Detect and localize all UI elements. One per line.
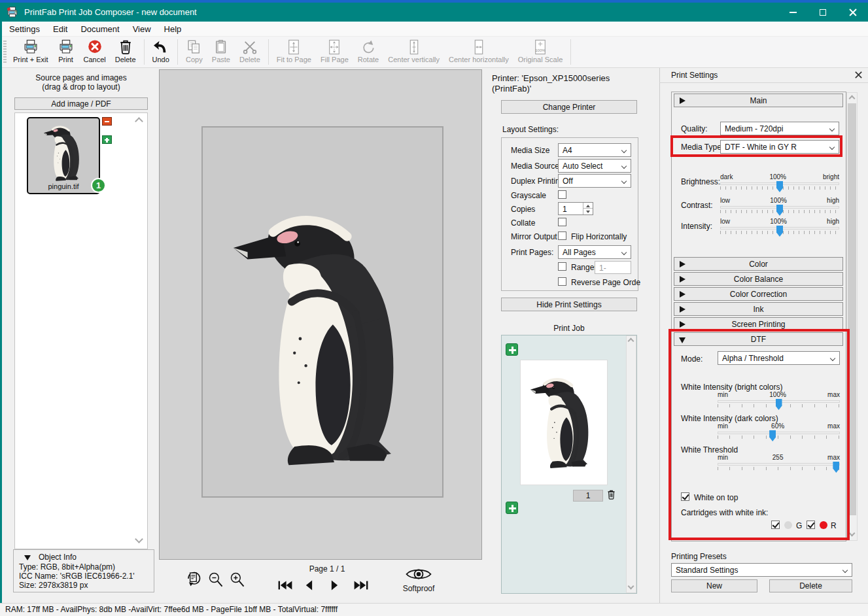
cartridge-r-checkbox[interactable]	[807, 521, 815, 529]
preset-new-button[interactable]: New	[671, 579, 757, 592]
slider-thumb[interactable]	[776, 181, 783, 192]
brightness-slider[interactable]: dark100%bright	[720, 173, 839, 190]
add-copy-button[interactable]	[102, 135, 112, 144]
print-exit-button[interactable]: Print + Exit	[9, 37, 53, 67]
grayscale-checkbox[interactable]	[558, 190, 566, 199]
print-job-panel[interactable]: 1	[501, 335, 637, 594]
collapse-icon[interactable]	[24, 555, 31, 560]
slider-thumb[interactable]	[776, 226, 783, 237]
slider-thumb[interactable]	[833, 462, 839, 473]
slider-track[interactable]	[718, 463, 840, 466]
white-bright-slider[interactable]: min100%max	[718, 391, 840, 407]
section-label: Main	[750, 96, 767, 105]
zoom-out-icon	[207, 572, 224, 589]
cancel-button[interactable]: Cancel	[79, 37, 111, 67]
media-size-select[interactable]: A4	[558, 143, 631, 157]
slider-thumb[interactable]	[776, 399, 782, 410]
menu-document[interactable]: Document	[74, 22, 126, 36]
ranges-checkbox[interactable]	[558, 262, 566, 271]
menu-help[interactable]: Help	[158, 22, 188, 36]
collapse-icon	[679, 337, 686, 343]
scroll-down-icon[interactable]	[628, 583, 634, 590]
scroll-down-icon[interactable]	[849, 530, 856, 537]
toolbar-gripper[interactable]	[3, 41, 7, 63]
zoom-in-button[interactable]	[229, 572, 246, 589]
page-copies-button[interactable]: 1	[573, 490, 603, 502]
collate-checkbox[interactable]	[558, 218, 566, 226]
white-on-top-checkbox[interactable]	[681, 492, 689, 501]
section-header-ink[interactable]: Ink	[674, 302, 843, 316]
menu-edit[interactable]: Edit	[46, 22, 74, 36]
source-list[interactable]: pinguin.tif 1	[14, 112, 148, 549]
close-print-settings-button[interactable]	[854, 71, 863, 80]
white-threshold-slider[interactable]: min255max	[718, 454, 840, 470]
print-pages-select[interactable]: All Pages	[558, 245, 631, 259]
layout-canvas[interactable]	[159, 69, 482, 560]
previous-page-button[interactable]	[305, 579, 313, 592]
add-image-button[interactable]: Add image / PDF	[14, 97, 148, 110]
slider-value-label: 100%	[769, 173, 786, 180]
change-printer-button[interactable]: Change Printer	[501, 100, 637, 114]
hide-print-settings-button[interactable]: Hide Print Settings	[501, 298, 637, 311]
close-button[interactable]	[838, 3, 868, 22]
print-settings-scrollbar[interactable]	[846, 92, 858, 541]
section-header-dtf[interactable]: DTF	[674, 332, 843, 346]
zoom-out-button[interactable]	[207, 572, 224, 589]
reverse-order-checkbox[interactable]	[558, 277, 566, 286]
scroll-up-icon[interactable]	[628, 338, 634, 345]
rotate-view-button[interactable]	[184, 569, 202, 587]
media-type-select[interactable]: DTF - White in GY R	[720, 140, 839, 154]
scroll-up-icon[interactable]	[849, 95, 856, 102]
presets-select[interactable]: Standard Settings	[671, 563, 852, 577]
delete-button[interactable]: Delete	[111, 37, 141, 67]
print-job-page[interactable]	[520, 360, 608, 485]
slider-thumb[interactable]	[769, 430, 776, 441]
remove-copy-button[interactable]	[102, 117, 112, 126]
list-scroll-down-icon[interactable]	[135, 535, 143, 543]
flip-horizontally-checkbox[interactable]	[558, 231, 566, 240]
spin-up-button[interactable]	[583, 203, 593, 209]
slider-track[interactable]	[718, 432, 840, 434]
spin-down-button[interactable]	[583, 209, 593, 214]
last-page-button[interactable]	[353, 579, 369, 592]
add-page-after-button[interactable]	[506, 502, 518, 514]
tool-label: Center vertically	[388, 56, 440, 63]
section-header-main[interactable]: Main	[674, 94, 843, 107]
delete-page-button[interactable]	[606, 488, 617, 502]
section-header-color[interactable]: Color	[674, 257, 843, 271]
cartridge-g-checkbox[interactable]	[771, 521, 780, 529]
add-page-before-button[interactable]	[506, 343, 518, 356]
menu-settings[interactable]: Settings	[3, 22, 46, 36]
print-button[interactable]: Print	[53, 37, 79, 67]
slider-thumb[interactable]	[776, 205, 783, 216]
layout-image-pinguin[interactable]	[226, 188, 425, 490]
ranges-input[interactable]: 1-	[595, 261, 631, 274]
softproof-button[interactable]: Softproof	[398, 566, 440, 593]
media-source-select[interactable]: Auto Select	[558, 159, 631, 173]
next-page-button[interactable]	[330, 579, 339, 592]
copies-spinner[interactable]: 1	[558, 202, 593, 215]
quality-select[interactable]: Medium - 720dpi	[720, 122, 839, 135]
maximize-button[interactable]	[808, 3, 838, 22]
intensity-slider[interactable]: low100%high	[720, 218, 839, 234]
center-horizontally-icon	[470, 39, 487, 56]
preset-delete-button[interactable]: Delete	[769, 579, 852, 592]
list-scroll-up-icon[interactable]	[135, 117, 143, 126]
first-page-button[interactable]	[277, 579, 293, 592]
section-header-color-balance[interactable]: Color Balance	[674, 272, 843, 286]
print-job-scrollbar[interactable]	[626, 335, 636, 593]
white-dark-slider[interactable]: min60%max	[718, 422, 840, 439]
section-header-color-correction[interactable]: Color Correction	[674, 287, 843, 301]
dtf-mode-select[interactable]: Alpha / Threshold	[718, 351, 840, 365]
undo-button[interactable]: Undo	[148, 37, 174, 67]
minimize-button[interactable]	[778, 3, 808, 22]
contrast-slider[interactable]: low100%high	[720, 197, 839, 213]
slider-max-label: max	[827, 454, 840, 461]
source-item-pinguin[interactable]: pinguin.tif	[27, 117, 100, 194]
scrollbar-thumb[interactable]	[848, 103, 856, 515]
duplex-select[interactable]: Off	[558, 174, 631, 188]
menu-view[interactable]: View	[126, 22, 158, 36]
titlebar[interactable]: PrintFab Print Job Composer - new docume…	[0, 3, 868, 22]
section-header-screen-printing[interactable]: Screen Printing	[674, 317, 843, 331]
layout-page[interactable]	[201, 126, 443, 498]
